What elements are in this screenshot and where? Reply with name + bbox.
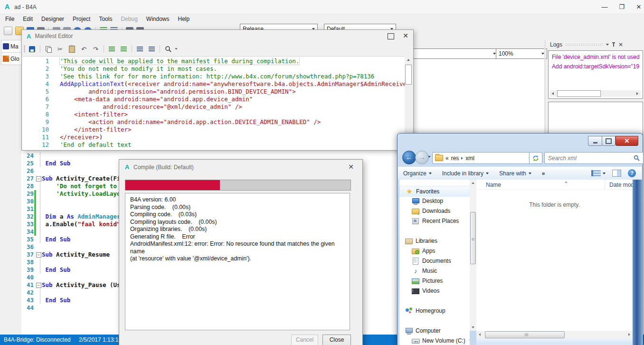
sidebar-item-documents[interactable]: Documents bbox=[399, 256, 470, 266]
scroll-left-icon[interactable] bbox=[476, 331, 483, 338]
scroll-left-icon[interactable] bbox=[549, 90, 556, 97]
breadcrumb-xml[interactable]: xml bbox=[465, 155, 474, 162]
sidebar-item-new-volume-c[interactable]: New Volume (C:) bbox=[399, 335, 470, 345]
scroll-up-icon[interactable] bbox=[470, 180, 476, 186]
sidebar-item-libraries[interactable]: Libraries bbox=[399, 236, 470, 246]
editor-zoom-combo[interactable]: 100% bbox=[496, 48, 547, 59]
sidebar-scrollbar[interactable] bbox=[470, 180, 476, 331]
file-list[interactable]: Name Date modified This folder is empty. bbox=[476, 180, 633, 331]
drag-handle[interactable] bbox=[565, 43, 603, 46]
scroll-thumb[interactable] bbox=[405, 65, 412, 85]
breadcrumb-res[interactable]: res bbox=[451, 155, 459, 162]
collapse-box-icon[interactable]: − bbox=[36, 176, 41, 182]
search-icon[interactable] bbox=[163, 44, 173, 54]
sidebar-item-music[interactable]: ♪Music bbox=[399, 266, 470, 276]
save-icon[interactable] bbox=[27, 44, 37, 54]
toolbar-overflow-icon[interactable] bbox=[175, 48, 178, 50]
paste-icon[interactable] bbox=[67, 44, 77, 54]
scroll-up-icon[interactable] bbox=[405, 57, 412, 63]
logs-list[interactable]: File 'device_admin.xml' is not usedAdd a… bbox=[548, 50, 643, 99]
scroll-right-icon[interactable] bbox=[626, 331, 633, 338]
scroll-thumb[interactable] bbox=[470, 212, 476, 264]
menu-item-file[interactable]: File bbox=[1, 14, 19, 24]
menu-item-edit[interactable]: Edit bbox=[19, 14, 37, 24]
organize-menu[interactable]: Organize bbox=[398, 170, 437, 177]
collapse-box-icon[interactable]: − bbox=[36, 283, 41, 288]
menu-item-tools[interactable]: Tools bbox=[95, 14, 116, 24]
navigation-pane: ★FavoritesDesktopDownloadsRecent PlacesL… bbox=[399, 180, 470, 345]
undo-icon[interactable]: ↶ bbox=[79, 44, 89, 54]
manifest-title-bar[interactable]: A Manifest Editor bbox=[22, 30, 413, 42]
redo-icon[interactable]: ↷ bbox=[91, 44, 101, 54]
close-button[interactable]: Close bbox=[322, 335, 351, 345]
copy-icon[interactable] bbox=[43, 44, 53, 54]
address-bar[interactable]: « res xml bbox=[432, 152, 534, 164]
logs-horizontal-scrollbar[interactable] bbox=[549, 90, 641, 97]
sidebar-item-computer[interactable]: Computer bbox=[399, 326, 470, 335]
sidebar-item-favorites[interactable]: ★Favorites bbox=[399, 186, 470, 197]
column-separator[interactable] bbox=[605, 180, 605, 190]
compile-output-line: Organizing libraries. (0.00s) bbox=[130, 226, 345, 233]
close-icon[interactable]: ✕ bbox=[346, 162, 356, 172]
menu-item-project[interactable]: Project bbox=[68, 14, 95, 24]
new-icon[interactable] bbox=[4, 27, 12, 35]
logs-panel-header[interactable]: Logs ✕ bbox=[546, 40, 644, 49]
preview-pane-icon[interactable] bbox=[612, 170, 621, 177]
sidebar-item-downloads[interactable]: Downloads bbox=[399, 206, 470, 216]
close-button[interactable]: ✕ bbox=[616, 136, 638, 146]
more-commands-chevron[interactable]: » bbox=[537, 170, 550, 177]
comment-icon[interactable] bbox=[107, 44, 117, 54]
search-input[interactable]: Search xml bbox=[544, 152, 644, 164]
pin-icon[interactable] bbox=[612, 42, 616, 47]
sidebar-item-desktop[interactable]: Desktop bbox=[399, 196, 470, 206]
menu-item-debug[interactable]: Debug bbox=[116, 14, 142, 24]
sidebar-item-videos[interactable]: Videos bbox=[399, 286, 470, 296]
scroll-thumb[interactable] bbox=[557, 90, 601, 97]
column-date-modified[interactable]: Date modified bbox=[609, 182, 633, 188]
menu-item-designer[interactable]: Designer bbox=[37, 14, 68, 24]
sidebar-item-label: Computer bbox=[416, 327, 441, 334]
include-in-library-menu[interactable]: Include in library bbox=[437, 170, 494, 177]
breadcrumb-overflow[interactable]: « bbox=[445, 155, 449, 162]
change-view-button[interactable] bbox=[591, 170, 606, 176]
collapse-box-icon[interactable]: − bbox=[36, 252, 41, 258]
files-horizontal-scrollbar[interactable] bbox=[476, 331, 633, 339]
menu-item-help[interactable]: Help bbox=[174, 14, 194, 24]
maximize-icon[interactable]: ❐ bbox=[616, 3, 627, 11]
outdent-icon[interactable] bbox=[147, 44, 157, 54]
expand-dropdown-icon[interactable] bbox=[469, 340, 470, 342]
scroll-right-icon[interactable] bbox=[634, 90, 641, 97]
sidebar-item-recent-places[interactable]: Recent Places bbox=[399, 216, 470, 226]
toolbar-grip[interactable] bbox=[24, 45, 25, 53]
help-icon[interactable]: ? bbox=[628, 169, 636, 177]
panel-menu-icon[interactable] bbox=[606, 44, 609, 46]
close-icon[interactable]: ✕ bbox=[634, 3, 644, 11]
scroll-thumb[interactable] bbox=[485, 331, 565, 338]
minimize-button[interactable] bbox=[588, 136, 602, 146]
share-with-menu[interactable]: Share with bbox=[494, 170, 537, 177]
back-button[interactable]: ← bbox=[402, 151, 416, 164]
cut-icon[interactable]: ✂ bbox=[55, 44, 65, 54]
tab-main-module[interactable]: Ma bbox=[1, 40, 24, 53]
cancel-button[interactable]: Cancel bbox=[291, 335, 318, 345]
uncomment-icon[interactable] bbox=[119, 44, 129, 54]
sidebar-item-homegroup[interactable]: Homegroup bbox=[399, 306, 470, 316]
forward-button[interactable]: → bbox=[415, 151, 429, 164]
folder-icon bbox=[435, 155, 443, 161]
close-panel-icon[interactable]: ✕ bbox=[618, 41, 623, 48]
column-name[interactable]: Name bbox=[486, 182, 501, 188]
scroll-down-icon[interactable] bbox=[470, 324, 476, 331]
tab-global[interactable]: Glo bbox=[1, 52, 24, 65]
sidebar-item-apps[interactable]: Apps bbox=[399, 246, 470, 256]
sidebar-item-pictures[interactable]: Pictures bbox=[399, 276, 470, 286]
minimize-icon[interactable]: — bbox=[599, 3, 610, 11]
menu-item-windows[interactable]: Windows bbox=[142, 14, 174, 24]
maximize-button[interactable] bbox=[602, 136, 616, 146]
indent-icon[interactable] bbox=[135, 44, 145, 54]
code-line-10: 10 </intent-filter> bbox=[22, 126, 405, 134]
maximize-icon[interactable] bbox=[388, 33, 394, 39]
refresh-button[interactable] bbox=[529, 152, 542, 164]
documents-icon bbox=[412, 257, 419, 265]
history-dropdown-icon[interactable] bbox=[428, 156, 431, 158]
close-icon[interactable]: ✕ bbox=[401, 31, 410, 40]
